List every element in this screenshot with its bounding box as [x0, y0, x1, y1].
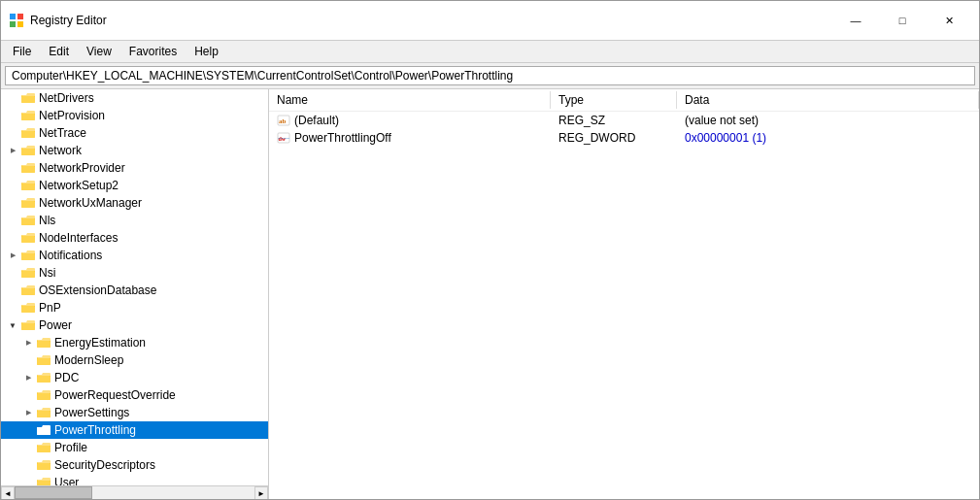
tree-item-label: PowerThrottling [54, 423, 136, 437]
svg-rect-6 [21, 96, 35, 103]
tree-item-label: PowerSettings [54, 406, 129, 419]
folder-icon [20, 195, 36, 211]
tree-item-label: PnP [39, 301, 61, 315]
tree-item[interactable]: ▶ Nls [1, 212, 268, 229]
folder-icon [20, 178, 36, 193]
scroll-right-btn[interactable]: ► [254, 486, 268, 499]
folder-icon [20, 108, 36, 123]
app-icon [9, 13, 24, 28]
tree-item-label: Nls [39, 214, 55, 227]
menu-favorites[interactable]: Favorites [121, 43, 185, 60]
tree-item-label: Profile [54, 441, 87, 454]
col-header-type[interactable]: Type [551, 91, 677, 109]
folder-icon [20, 213, 36, 228]
svg-rect-27 [21, 218, 35, 225]
folder-icon [36, 422, 51, 438]
reg-data-cell: (value not set) [677, 114, 979, 127]
folder-icon [36, 440, 51, 455]
tree-item[interactable]: ▶ NetworkSetup2 [1, 177, 268, 194]
svg-rect-57 [37, 393, 51, 400]
tree-item[interactable]: ▶ PowerThrottling [1, 421, 268, 439]
window-title: Registry Editor [30, 14, 107, 27]
tree-item[interactable]: ▶ User [1, 474, 268, 485]
reg-name-label: (Default) [294, 114, 339, 127]
svg-rect-48 [37, 341, 51, 348]
reg-data-cell: 0x00000001 (1) [677, 131, 979, 145]
svg-rect-63 [37, 428, 51, 435]
folder-icon [20, 230, 36, 246]
table-row[interactable]: dw PowerThrottlingOffREG_DWORD0x00000001… [269, 129, 979, 147]
table-row[interactable]: ab (Default)REG_SZ(value not set) [269, 112, 979, 129]
svg-text:ab: ab [279, 117, 287, 125]
svg-rect-15 [21, 149, 35, 155]
tree-item[interactable]: ▶ SecurityDescriptors [1, 456, 268, 474]
registry-values[interactable]: ab (Default)REG_SZ(value not set) dw Pow… [269, 112, 979, 499]
minimize-button[interactable]: — [833, 7, 878, 34]
tree-item[interactable]: ▶ NetworkProvider [1, 159, 268, 177]
svg-rect-21 [21, 183, 35, 190]
tree-item-label: EnergyEstimation [54, 336, 146, 350]
folder-icon [20, 265, 36, 281]
svg-rect-45 [21, 323, 35, 330]
tree-item[interactable]: ▶ Notifications [1, 247, 268, 264]
tree-item[interactable]: ▶ ModernSleep [1, 351, 268, 369]
close-button[interactable]: ✕ [927, 7, 971, 34]
menu-help[interactable]: Help [186, 43, 226, 60]
tree-item[interactable]: ▶ NetworkUxManager [1, 194, 268, 212]
tree-item[interactable]: ▶ NetDrivers [1, 89, 268, 107]
svg-rect-9 [21, 114, 35, 120]
tree-item[interactable]: ▶ OSExtensionDatabase [1, 282, 268, 299]
folder-icon [36, 405, 51, 420]
tree-item[interactable]: ▶ PnP [1, 299, 268, 317]
svg-rect-3 [17, 21, 23, 27]
col-header-data[interactable]: Data [677, 91, 979, 109]
svg-rect-33 [21, 253, 35, 260]
scroll-thumb[interactable] [15, 486, 92, 499]
menu-view[interactable]: View [79, 43, 119, 60]
svg-rect-80 [278, 138, 289, 139]
right-pane: Name Type Data ab (Default)REG_SZ(value … [269, 89, 979, 499]
title-bar: Registry Editor — □ ✕ [1, 1, 979, 41]
tree-arrow-icon: ▶ [20, 370, 36, 385]
svg-rect-2 [10, 21, 16, 27]
tree-item[interactable]: ▶ Network [1, 142, 268, 159]
column-headers: Name Type Data [269, 89, 979, 112]
tree-item-label: OSExtensionDatabase [39, 283, 156, 297]
scroll-track[interactable] [15, 486, 254, 499]
tree-item[interactable]: ▶ NetTrace [1, 124, 268, 142]
tree-item[interactable]: ▶ NetProvision [1, 107, 268, 124]
scroll-left-btn[interactable]: ◄ [1, 486, 15, 499]
tree-item[interactable]: ▶ PowerRequestOverride [1, 386, 268, 404]
folder-icon [20, 160, 36, 176]
left-pane-scrollbar[interactable]: ◄ ► [1, 485, 268, 499]
tree-arrow-icon: ▶ [20, 335, 36, 350]
col-header-name[interactable]: Name [269, 91, 551, 109]
tree-item[interactable]: ▶ NodeInterfaces [1, 229, 268, 247]
tree-item[interactable]: ▶ PowerSettings [1, 404, 268, 421]
maximize-button[interactable]: □ [880, 7, 925, 34]
folder-icon [20, 283, 36, 298]
title-controls: — □ ✕ [833, 7, 971, 34]
reg-type-icon: dw [277, 131, 290, 145]
folder-icon [20, 143, 36, 158]
tree-item[interactable]: ▶ Nsi [1, 264, 268, 282]
svg-rect-66 [37, 446, 51, 452]
tree-item-label: NetProvision [39, 109, 105, 122]
tree-item-label: User [54, 476, 79, 485]
tree-item[interactable]: ▶ EnergyEstimation [1, 334, 268, 351]
address-bar[interactable]: Computer\HKEY_LOCAL_MACHINE\SYSTEM\Curre… [5, 66, 975, 85]
tree-item[interactable]: ▼ Power [1, 317, 268, 334]
svg-rect-18 [21, 166, 35, 173]
tree-arrow-icon: ▶ [20, 405, 36, 420]
menu-edit[interactable]: Edit [41, 43, 77, 60]
folder-icon [36, 335, 51, 350]
menu-bar: File Edit View Favorites Help [1, 41, 979, 63]
folder-icon [20, 125, 36, 141]
tree-item[interactable]: ▶ PDC [1, 369, 268, 386]
menu-file[interactable]: File [5, 43, 39, 60]
tree-item-label: ModernSleep [54, 353, 123, 367]
title-bar-left: Registry Editor [9, 13, 107, 28]
svg-rect-69 [37, 463, 51, 470]
tree-item[interactable]: ▶ Profile [1, 439, 268, 456]
tree-view[interactable]: ▶ NetDrivers▶ NetProvision▶ NetTrace▶ Ne… [1, 89, 268, 485]
